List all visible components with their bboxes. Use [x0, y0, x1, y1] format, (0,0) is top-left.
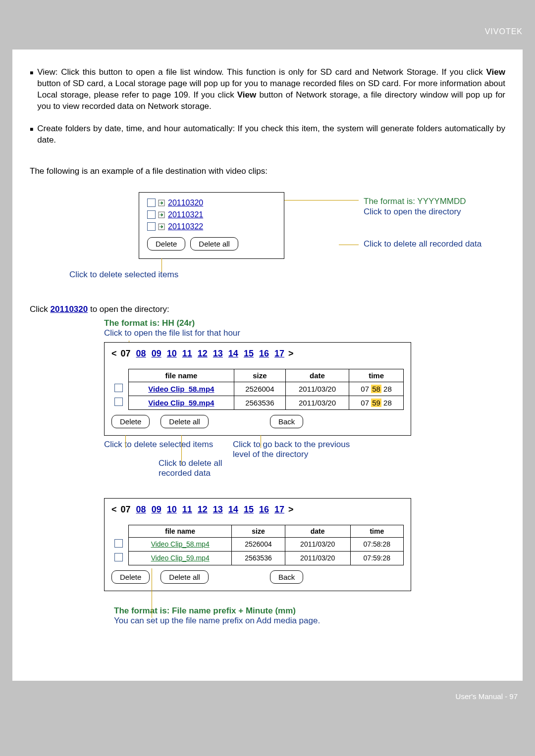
prefix-format-note: The format is: File name prefix + Minute…: [114, 606, 505, 616]
file-size: 2563536: [234, 396, 285, 409]
file-table-2: file name size date time Video Clip_58.m…: [111, 525, 404, 565]
col-time: time: [349, 369, 404, 382]
file-time: 07 59 28: [349, 396, 404, 409]
bullet-icon: ■: [30, 69, 33, 112]
brand-label: VIVOTEK: [485, 27, 523, 36]
file-date: 2011/03/20: [285, 382, 349, 396]
example-intro: The following is an example of a file de…: [30, 166, 505, 177]
file-link[interactable]: Video Clip_58.mp4: [148, 385, 214, 393]
hour-prev-2[interactable]: <: [111, 504, 117, 514]
file2-back-button[interactable]: Back: [270, 570, 303, 584]
hour-link-13[interactable]: 13: [213, 349, 223, 358]
file-checkbox[interactable]: [114, 539, 123, 548]
hour-link-11[interactable]: 11: [182, 504, 192, 514]
file1-delete-all-button[interactable]: Delete all: [160, 415, 209, 428]
hour-link-09[interactable]: 09: [152, 349, 161, 358]
hour-link-14[interactable]: 14: [228, 349, 238, 358]
delete-all-note: Click to delete all recorded data: [364, 239, 482, 249]
folder-icon: [158, 199, 165, 207]
hour-link-10[interactable]: 10: [167, 504, 177, 514]
folder-link-20110320[interactable]: 20110320: [51, 304, 88, 314]
hour-link-17[interactable]: 17: [274, 349, 284, 358]
bullet-icon: ■: [30, 126, 33, 146]
folder-checkbox[interactable]: [147, 222, 156, 231]
file-checkbox[interactable]: [114, 384, 123, 392]
file-size: 2526004: [234, 382, 285, 396]
file1-delete-button[interactable]: Delete: [111, 415, 150, 428]
open-dir-note: Click to open the directory: [364, 207, 482, 217]
folder-checkbox[interactable]: [147, 199, 156, 207]
hour-link-16[interactable]: 16: [259, 349, 269, 358]
folders-delete-button[interactable]: Delete: [147, 237, 185, 251]
hour-next[interactable]: >: [288, 349, 294, 358]
col-filename: file name: [129, 369, 234, 382]
hh-format-note: The format is: HH (24r): [104, 318, 505, 328]
col-size: size: [234, 369, 285, 382]
col-size-2: size: [232, 525, 285, 537]
hour-nav-1: < 07 08 09 10 11 12 13 14 15 16 17 >: [111, 349, 404, 359]
bullet-create-text: Create folders by date, time, and hour a…: [37, 123, 505, 146]
file-checkbox[interactable]: [114, 553, 123, 561]
col-date-2: date: [285, 525, 350, 537]
file-link[interactable]: Video Clip_59.mp4: [151, 554, 210, 562]
file-size: 2526004: [232, 537, 285, 551]
annot-back: Click to go back to the previouslevel of…: [233, 440, 350, 478]
file-date: 2011/03/20: [285, 537, 350, 551]
footer-text: User's Manual - 97: [456, 692, 518, 701]
bullet-view-text: View: Click this button to open a file l…: [37, 67, 505, 112]
delete-selected-note: Click to delete selected items: [69, 270, 505, 280]
file1-back-button[interactable]: Back: [270, 415, 303, 428]
hour-link-12[interactable]: 12: [198, 504, 208, 514]
hour-link-10[interactable]: 10: [167, 349, 177, 358]
hour-link-15[interactable]: 15: [244, 504, 254, 514]
col-date: date: [285, 369, 349, 382]
format-note: The format is: YYYYMMDD: [364, 196, 482, 207]
hour-link-14[interactable]: 14: [228, 504, 238, 514]
hh-click-note: Click to open the file list for that hou…: [104, 328, 505, 338]
hour-nav-2: < 07 08 09 10 11 12 13 14 15 16 17 >: [111, 504, 404, 515]
hour-link-09[interactable]: 09: [152, 504, 161, 514]
file2-delete-button[interactable]: Delete: [111, 570, 150, 584]
hour-prev[interactable]: <: [111, 349, 117, 358]
file-checkbox[interactable]: [114, 398, 123, 406]
hour-link-13[interactable]: 13: [213, 504, 223, 514]
col-filename-2: file name: [129, 525, 232, 537]
folders-delete-all-button[interactable]: Delete all: [190, 237, 238, 251]
hour-link-17[interactable]: 17: [274, 504, 284, 514]
folder-icon: [158, 223, 165, 231]
hour-current-2: 07: [121, 504, 131, 514]
file-size: 2563536: [232, 551, 285, 565]
hour-next-2[interactable]: >: [288, 504, 294, 514]
file-link[interactable]: Video Clip_59.mp4: [148, 399, 214, 407]
annot-delete-all: Click to delete allrecorded data: [159, 458, 233, 478]
hour-link-16[interactable]: 16: [259, 504, 269, 514]
file-time: 07 58 28: [349, 382, 404, 396]
folder-icon: [158, 211, 165, 219]
file-time: 07:58:28: [350, 537, 403, 551]
file-time: 07:59:28: [350, 551, 403, 565]
col-time-2: time: [350, 525, 403, 537]
file2-delete-all-button[interactable]: Delete all: [160, 570, 209, 584]
hour-link-08[interactable]: 08: [136, 504, 146, 514]
folder-list-panel: 201103202011032120110322 Delete Delete a…: [139, 192, 284, 259]
folder-link-20110321[interactable]: 20110321: [168, 210, 203, 219]
prefix-blue-note: You can set up the file name prefix on A…: [114, 616, 505, 626]
file-date: 2011/03/20: [285, 551, 350, 565]
hour-current: 07: [121, 349, 131, 358]
file-list-panel-2: < 07 08 09 10 11 12 13 14 15 16 17 > fil…: [104, 498, 411, 591]
folder-link-20110320[interactable]: 20110320: [168, 199, 203, 207]
folder-link-20110322[interactable]: 20110322: [168, 222, 203, 231]
file-date: 2011/03/20: [285, 396, 349, 409]
folder-checkbox[interactable]: [147, 210, 156, 219]
hour-link-12[interactable]: 12: [198, 349, 208, 358]
annot-delete-sel: Click to delete selected items: [104, 440, 233, 450]
file-table-1: file name size date time Video Clip_58.m…: [111, 369, 404, 410]
hour-link-15[interactable]: 15: [244, 349, 254, 358]
hour-link-11[interactable]: 11: [182, 349, 192, 358]
hour-link-08[interactable]: 08: [136, 349, 146, 358]
file-list-panel-1: < 07 08 09 10 11 12 13 14 15 16 17 > fil…: [104, 342, 411, 436]
click-folder-text: Click 20110320 to open the directory:: [30, 304, 505, 314]
file-link[interactable]: Video Clip_58.mp4: [151, 540, 210, 548]
